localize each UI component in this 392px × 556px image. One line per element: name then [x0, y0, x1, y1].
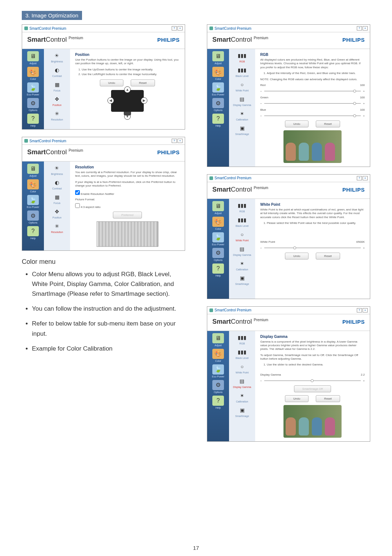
sub-cal[interactable]: ✶Calibration: [236, 260, 248, 271]
red-inc[interactable]: +: [363, 90, 365, 93]
nav-adjust[interactable]: 🖥Adjust: [25, 164, 41, 177]
sub-black[interactable]: ▮▮▮Black Level: [236, 66, 249, 77]
nav-adjust[interactable]: 🖥Adjust: [210, 201, 226, 214]
arrow-up[interactable]: ▲: [124, 86, 131, 93]
sub-black[interactable]: ▮▮▮Black Level: [236, 348, 249, 359]
reset-button[interactable]: Reset: [316, 120, 340, 127]
sub-smart[interactable]: ▣SmartImage: [235, 124, 249, 135]
green-dec[interactable]: −: [260, 102, 262, 105]
nav-eco[interactable]: 🍃Eco Power: [25, 195, 41, 208]
green-slider[interactable]: [264, 102, 361, 105]
blue-slider[interactable]: [264, 114, 361, 117]
nav-color[interactable]: 🎨Color: [25, 67, 41, 80]
sub-position[interactable]: ✥Position: [53, 95, 62, 106]
wp-inc[interactable]: +: [363, 246, 365, 250]
nav-color[interactable]: 🎨Color: [210, 67, 226, 80]
red-slider[interactable]: [264, 90, 361, 93]
brand-logo: PHILIPS: [342, 187, 365, 193]
nav-color[interactable]: 🎨Color: [210, 349, 226, 362]
step-1: Use the Up/Down buttons to center the im…: [82, 68, 180, 71]
sub-black[interactable]: ▮▮▮Black Level: [236, 216, 249, 227]
nav-help[interactable]: ?Help: [210, 114, 226, 127]
sub-white[interactable]: ○White Point: [236, 363, 249, 374]
sub-gamma[interactable]: ▤Display Gamma: [233, 377, 251, 388]
sub-white[interactable]: ○White Point: [236, 231, 249, 242]
close-button[interactable]: ×: [363, 26, 368, 30]
sub-cal[interactable]: ✶Calibration: [236, 110, 248, 121]
sub-focus[interactable]: ▦Focus: [53, 193, 61, 204]
undo-button[interactable]: Undo: [285, 253, 309, 259]
content-title: Resolution: [75, 165, 180, 169]
nav-options[interactable]: ⚙Options: [210, 380, 226, 393]
gamma-inc[interactable]: +: [363, 379, 365, 383]
sub-smart[interactable]: ▣SmartImage: [235, 406, 249, 417]
nav-adjust[interactable]: 🖥Adjust: [25, 51, 41, 65]
sub-brightness[interactable]: ☀Brightness: [51, 164, 63, 175]
resolution-preview: [97, 221, 158, 247]
nav-eco[interactable]: 🍃Eco Power: [210, 82, 226, 96]
gamma-dec[interactable]: −: [260, 379, 262, 383]
help-button[interactable]: ?: [357, 26, 362, 30]
sub-contrast[interactable]: ◐Contrast: [52, 179, 62, 190]
arrow-right[interactable]: ▶: [141, 97, 147, 104]
sub-resolution[interactable]: ✳Resolution: [51, 110, 63, 121]
arrow-left[interactable]: ◀: [107, 97, 114, 104]
nav-options[interactable]: ⚙Options: [25, 210, 41, 224]
cb-aspect[interactable]: 4:3 aspect ratio: [75, 205, 101, 209]
help-button[interactable]: ?: [172, 139, 177, 143]
sub-rgb[interactable]: ▮▮▮RGB: [238, 52, 246, 63]
blue-inc[interactable]: +: [363, 114, 365, 118]
nav-eco[interactable]: 🍃Eco Power: [210, 232, 226, 246]
undo-button[interactable]: Undo: [285, 395, 309, 402]
sub-resolution[interactable]: ✳Resolution: [51, 222, 63, 233]
app-icon: [24, 139, 28, 143]
wp-dec[interactable]: −: [260, 246, 262, 250]
close-button[interactable]: ×: [177, 139, 183, 143]
close-button[interactable]: ×: [177, 26, 183, 30]
nav-adjust[interactable]: 🖥Adjust: [210, 333, 226, 347]
sub-rgb[interactable]: ▮▮▮RGB: [238, 202, 246, 213]
smartimage-off-button[interactable]: SmartImage Off: [294, 385, 331, 392]
sub-focus[interactable]: ▦Focus: [53, 81, 61, 92]
nav-options[interactable]: ⚙Options: [210, 248, 226, 261]
red-dec[interactable]: −: [260, 90, 262, 93]
undo-button[interactable]: Undo: [100, 79, 123, 86]
gamma-slider[interactable]: [264, 379, 361, 382]
help-button[interactable]: ?: [357, 308, 362, 312]
nav-eco[interactable]: 🍃Eco Power: [210, 364, 226, 378]
blue-dec[interactable]: −: [260, 114, 262, 118]
close-button[interactable]: ×: [363, 176, 368, 180]
help-button[interactable]: ?: [357, 176, 362, 180]
sub-gamma[interactable]: ▤Display Gamma: [233, 245, 251, 256]
sub-position[interactable]: ✥Position: [53, 208, 62, 219]
undo-button[interactable]: Undo: [285, 120, 309, 127]
nav-eco[interactable]: 🍃Eco Power: [25, 82, 41, 96]
sub-smart[interactable]: ▣SmartImage: [235, 274, 249, 285]
preferred-button[interactable]: Preferred: [113, 212, 142, 218]
sub-rgb[interactable]: ▮▮▮RGB: [238, 334, 246, 345]
green-inc[interactable]: +: [363, 102, 365, 105]
nav-help[interactable]: ?Help: [210, 396, 226, 409]
nav-color[interactable]: 🎨Color: [210, 217, 226, 230]
nav-options[interactable]: ⚙Options: [25, 98, 41, 111]
arrow-down[interactable]: ▼: [124, 113, 131, 120]
nav-color[interactable]: 🎨Color: [25, 179, 41, 193]
help-button[interactable]: ?: [172, 26, 177, 30]
wp-slider[interactable]: [264, 246, 361, 249]
cb-notifier[interactable]: Enable Resolution Notifier: [75, 192, 114, 196]
sub-white[interactable]: ○White Point: [236, 81, 249, 92]
nav-help[interactable]: ?Help: [25, 114, 41, 127]
sub-contrast[interactable]: ◐Contrast: [52, 66, 62, 77]
nav-help[interactable]: ?Help: [25, 226, 41, 240]
reset-button[interactable]: Reset: [316, 395, 340, 402]
reset-button[interactable]: Reset: [316, 253, 340, 259]
reset-button[interactable]: Reset: [131, 79, 155, 86]
nav-adjust[interactable]: 🖥Adjust: [210, 51, 226, 65]
sub-brightness[interactable]: ☀Brightness: [51, 52, 63, 63]
sub-cal[interactable]: ✶Calibration: [236, 392, 248, 403]
close-button[interactable]: ×: [363, 308, 368, 312]
nav-help[interactable]: ?Help: [210, 263, 226, 277]
nav-options[interactable]: ⚙Options: [210, 98, 226, 111]
section-header: 3. Image Optimization: [22, 11, 82, 20]
sub-gamma[interactable]: ▤Display Gamma: [233, 95, 251, 106]
